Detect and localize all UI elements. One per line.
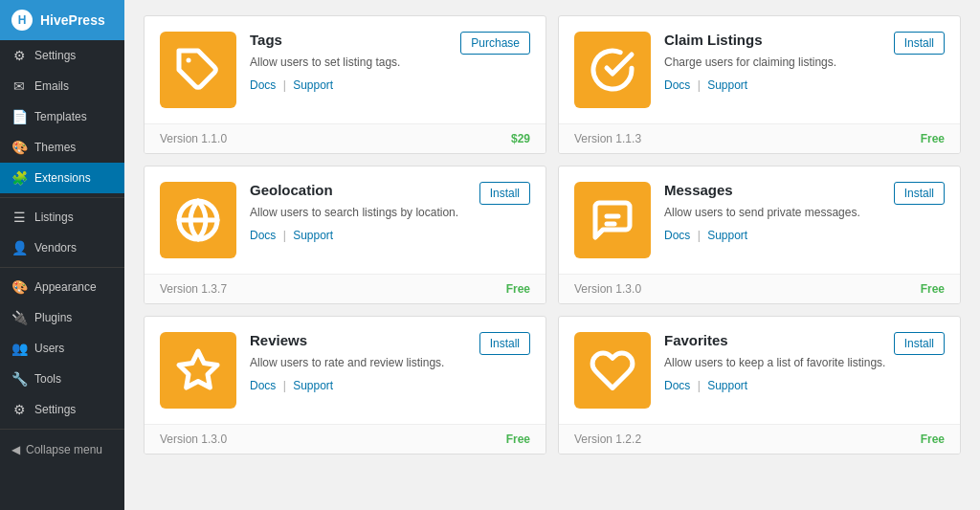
- ext-desc-reviews: Allow users to rate and review listings.: [250, 355, 530, 371]
- sidebar-item-appearance[interactable]: 🎨 Appearance: [0, 272, 124, 302]
- ext-support-link-tags[interactable]: Support: [293, 78, 333, 92]
- ext-action-button-favorites[interactable]: Install: [894, 332, 945, 355]
- ext-links-reviews: Docs | Support: [250, 379, 530, 392]
- ext-links-divider-geolocation: |: [283, 229, 286, 242]
- sidebar-item-listings[interactable]: ☰ Listings: [0, 202, 124, 233]
- ext-docs-link-claim-listings[interactable]: Docs: [664, 78, 690, 92]
- listings-icon: ☰: [11, 210, 27, 225]
- ext-support-link-geolocation[interactable]: Support: [293, 229, 333, 242]
- settings-icon: ⚙: [11, 48, 27, 63]
- ext-card-top-reviews: Reviews Install Allow users to rate and …: [145, 317, 546, 424]
- ext-icon-geolocation: [160, 182, 236, 258]
- ext-support-link-favorites[interactable]: Support: [707, 379, 747, 392]
- ext-docs-link-tags[interactable]: Docs: [250, 78, 276, 92]
- ext-title-reviews: Reviews: [250, 332, 307, 348]
- sidebar-logo[interactable]: H HivePress: [0, 0, 124, 40]
- ext-card-top-claim-listings: Claim Listings Install Charge users for …: [559, 16, 960, 123]
- ext-title-favorites: Favorites: [664, 332, 728, 348]
- ext-action-button-claim-listings[interactable]: Install: [894, 32, 945, 55]
- ext-links-geolocation: Docs | Support: [250, 229, 530, 242]
- ext-version-claim-listings: Version 1.1.3: [574, 132, 641, 145]
- ext-desc-messages: Allow users to send private messages.: [664, 205, 945, 221]
- ext-desc-claim-listings: Charge users for claiming listings.: [664, 55, 945, 71]
- sidebar: H HivePress ⚙ Settings ✉ Emails 📄 Templa…: [0, 0, 124, 510]
- ext-card-messages: Messages Install Allow users to send pri…: [558, 166, 961, 304]
- ext-support-link-reviews[interactable]: Support: [293, 379, 333, 392]
- ext-info-favorites: Favorites Install Allow users to keep a …: [664, 332, 945, 392]
- ext-info-tags: Tags Purchase Allow users to set listing…: [250, 32, 530, 92]
- ext-support-link-claim-listings[interactable]: Support: [707, 78, 747, 92]
- ext-links-claim-listings: Docs | Support: [664, 78, 945, 92]
- ext-title-tags: Tags: [250, 32, 282, 48]
- ext-title-row-reviews: Reviews Install: [250, 332, 530, 355]
- ext-card-top-tags: Tags Purchase Allow users to set listing…: [145, 16, 546, 123]
- ext-links-divider-reviews: |: [283, 379, 286, 392]
- collapse-menu-button[interactable]: ◀ Collapse menu: [0, 433, 124, 466]
- ext-icon-messages: [574, 182, 651, 258]
- sidebar-menu: ⚙ Settings ✉ Emails 📄 Templates 🎨 Themes…: [0, 40, 124, 510]
- ext-action-button-messages[interactable]: Install: [894, 182, 945, 205]
- logo-text: HivePress: [40, 12, 105, 28]
- extensions-grid: Tags Purchase Allow users to set listing…: [144, 15, 961, 455]
- ext-card-top-geolocation: Geolocation Install Allow users to searc…: [145, 166, 546, 274]
- ext-icon-favorites: [574, 332, 651, 409]
- appearance-icon: 🎨: [11, 279, 27, 295]
- ext-title-row-claim-listings: Claim Listings Install: [664, 32, 945, 55]
- plugins-icon: 🔌: [11, 310, 27, 325]
- ext-icon-tags: [160, 32, 236, 108]
- ext-card-bottom-tags: Version 1.1.0 $29: [145, 123, 546, 153]
- ext-version-tags: Version 1.1.0: [160, 132, 227, 145]
- sidebar-item-tools[interactable]: 🔧 Tools: [0, 364, 124, 394]
- ext-info-messages: Messages Install Allow users to send pri…: [664, 182, 945, 242]
- sidebar-divider-3: [0, 429, 124, 430]
- ext-docs-link-messages[interactable]: Docs: [664, 229, 690, 242]
- ext-desc-geolocation: Allow users to search listings by locati…: [250, 205, 530, 221]
- sidebar-item-emails[interactable]: ✉ Emails: [0, 71, 124, 101]
- sidebar-item-themes[interactable]: 🎨 Themes: [0, 132, 124, 163]
- sidebar-item-settings[interactable]: ⚙ Settings: [0, 40, 124, 71]
- emails-icon: ✉: [11, 78, 27, 94]
- sidebar-item-vendors[interactable]: 👤 Vendors: [0, 233, 124, 263]
- ext-action-button-tags[interactable]: Purchase: [460, 32, 530, 55]
- sidebar-item-settings2[interactable]: ⚙ Settings: [0, 394, 124, 425]
- extensions-icon: 🧩: [11, 170, 27, 186]
- ext-support-link-messages[interactable]: Support: [707, 229, 747, 242]
- ext-card-bottom-favorites: Version 1.2.2 Free: [559, 424, 960, 454]
- ext-card-claim-listings: Claim Listings Install Charge users for …: [558, 15, 961, 154]
- ext-action-button-reviews[interactable]: Install: [479, 332, 530, 355]
- sidebar-item-users[interactable]: 👥 Users: [0, 333, 124, 364]
- ext-links-tags: Docs | Support: [250, 78, 530, 92]
- ext-version-reviews: Version 1.3.0: [160, 432, 227, 446]
- settings2-icon: ⚙: [11, 402, 27, 417]
- ext-icon-reviews: [160, 332, 236, 409]
- ext-card-bottom-reviews: Version 1.3.0 Free: [145, 424, 546, 454]
- sidebar-item-extensions[interactable]: 🧩 Extensions: [0, 163, 124, 193]
- ext-docs-link-favorites[interactable]: Docs: [664, 379, 690, 392]
- ext-action-button-geolocation[interactable]: Install: [479, 182, 530, 205]
- ext-price-messages: Free: [921, 282, 945, 296]
- ext-title-row-favorites: Favorites Install: [664, 332, 945, 355]
- ext-links-divider-tags: |: [283, 78, 286, 92]
- users-icon: 👥: [11, 341, 27, 356]
- sidebar-item-templates[interactable]: 📄 Templates: [0, 101, 124, 132]
- ext-links-favorites: Docs | Support: [664, 379, 945, 392]
- vendors-icon: 👤: [11, 240, 27, 255]
- ext-title-row-tags: Tags Purchase: [250, 32, 530, 55]
- ext-price-reviews: Free: [506, 432, 530, 446]
- ext-docs-link-reviews[interactable]: Docs: [250, 379, 276, 392]
- sidebar-item-plugins[interactable]: 🔌 Plugins: [0, 302, 124, 333]
- collapse-icon: ◀: [11, 443, 20, 456]
- tools-icon: 🔧: [11, 371, 27, 387]
- ext-card-top-messages: Messages Install Allow users to send pri…: [559, 166, 960, 274]
- ext-title-claim-listings: Claim Listings: [664, 32, 763, 48]
- ext-price-tags: $29: [511, 132, 530, 145]
- ext-docs-link-geolocation[interactable]: Docs: [250, 229, 276, 242]
- ext-card-top-favorites: Favorites Install Allow users to keep a …: [559, 317, 960, 424]
- ext-icon-claim-listings: [574, 32, 651, 108]
- sidebar-divider-1: [0, 197, 124, 198]
- ext-title-messages: Messages: [664, 182, 733, 198]
- ext-card-favorites: Favorites Install Allow users to keep a …: [558, 316, 961, 455]
- ext-version-favorites: Version 1.2.2: [574, 432, 641, 446]
- ext-links-divider-claim-listings: |: [698, 78, 701, 92]
- ext-links-divider-favorites: |: [698, 379, 701, 392]
